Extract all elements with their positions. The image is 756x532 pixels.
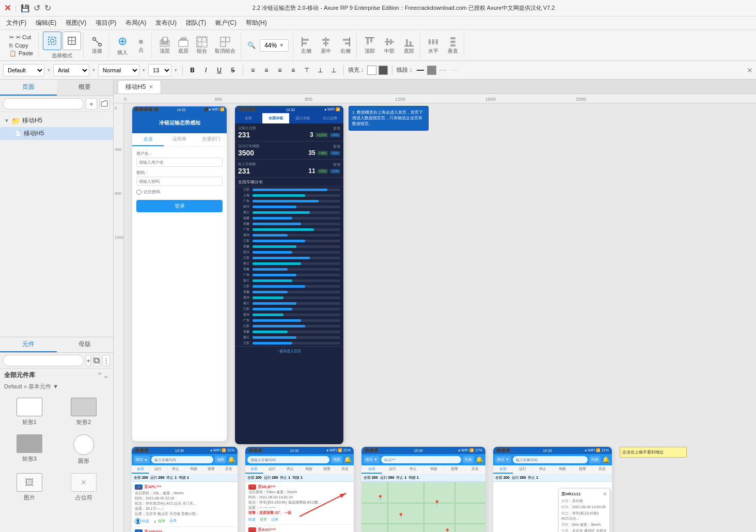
canvas-content[interactable]: ⬛⬛⬛⬛ ⬛ 14:32 ⬛● WiFi 📶 冷链运输态势感知 企业 运营商: [124, 103, 756, 532]
veh2-nav-history[interactable]: 历史: [336, 465, 354, 474]
zoom-control[interactable]: 44% ▼: [260, 39, 289, 52]
group-button[interactable]: 组合: [193, 34, 211, 57]
stats-tab-national[interactable]: 全国冷链: [262, 113, 290, 123]
login-tab-dept[interactable]: 交通部门: [195, 133, 227, 146]
menu-help[interactable]: 帮助(H): [242, 18, 271, 28]
menu-publish[interactable]: 发布(U): [151, 18, 181, 28]
remember-radio[interactable]: [136, 190, 141, 195]
comp-rect2[interactable]: 矩形2: [59, 396, 109, 428]
menu-project[interactable]: 项目(P): [91, 18, 120, 28]
veh2-action-dispatch[interactable]: 运单: [271, 517, 278, 522]
veh3-search-input[interactable]: [513, 456, 588, 463]
login-tab-operator[interactable]: 运营商: [164, 133, 195, 146]
align-center-text-button[interactable]: ≡: [261, 65, 272, 76]
save-icon[interactable]: 💾: [21, 4, 29, 12]
veh3-nav-all[interactable]: 全部: [493, 465, 513, 474]
map-nav-alarm[interactable]: 报警: [445, 465, 465, 474]
map-search-input[interactable]: [381, 456, 461, 463]
comp-rect3[interactable]: 矩形3: [4, 432, 55, 467]
stats-tab-export[interactable]: 出口态势: [317, 113, 344, 123]
veh2-nav-run[interactable]: 运行: [263, 465, 281, 474]
ungroup-button[interactable]: 取消组合: [212, 34, 239, 57]
map-nav-stop[interactable]: 停止: [403, 465, 423, 474]
align-bottom-text-button[interactable]: ⊥: [328, 65, 339, 76]
bottom-layer-button[interactable]: 底层: [175, 34, 192, 57]
tree-page-mobileh5[interactable]: 📄 移动H5: [0, 127, 113, 140]
stats-tab-import[interactable]: 进口冷链: [289, 113, 317, 123]
align-middle-button[interactable]: 中部: [381, 34, 398, 57]
tab-outline[interactable]: 概要: [57, 80, 114, 96]
veh1-nav-run[interactable]: 运行: [149, 465, 167, 474]
canvas-tab-mobileh5[interactable]: 移动H5 ✕: [118, 80, 161, 93]
align-right-button[interactable]: 右侧: [337, 34, 354, 57]
align-top-button[interactable]: 顶部: [361, 34, 379, 57]
comp-copy-button[interactable]: [93, 355, 100, 366]
stats-tab-all[interactable]: 全部: [235, 113, 262, 123]
veh1-nav-stop[interactable]: 停止: [167, 465, 185, 474]
menu-layout[interactable]: 布局(A): [121, 18, 150, 28]
username-input[interactable]: [136, 158, 223, 167]
fill-color-dark[interactable]: [379, 66, 388, 75]
comp-placeholder[interactable]: ✕ 占位符: [59, 471, 109, 504]
veh1-nav-history[interactable]: 历史: [220, 465, 238, 474]
align-right-text-button[interactable]: ≡: [274, 65, 286, 76]
veh3-nav-drive[interactable]: 驾驶: [553, 465, 573, 474]
comp-img[interactable]: 🖼 图片: [4, 471, 55, 504]
password-input[interactable]: [136, 177, 223, 186]
veh1-search-input[interactable]: [151, 456, 213, 463]
menu-account[interactable]: 账户(C): [211, 18, 241, 28]
veh3-nav-stop[interactable]: 停止: [533, 465, 553, 474]
veh1-action-track[interactable]: 👤轨迹: [135, 518, 149, 524]
align-middle-text-button[interactable]: ⊥: [314, 65, 326, 76]
veh2-nav-alarm[interactable]: 报警: [318, 465, 336, 474]
insert-button[interactable]: ⊕ 插入: [113, 34, 132, 57]
menu-file[interactable]: 文件(F): [2, 18, 30, 28]
veh3-region-selector[interactable]: 南京 ▼: [495, 456, 511, 463]
veh2-map-btn[interactable]: 地图: [331, 456, 342, 463]
underline-button[interactable]: U: [214, 65, 225, 76]
comp-add-button[interactable]: +: [86, 355, 91, 366]
map-region-selector[interactable]: 南京 ▼: [364, 456, 380, 463]
map-list-btn[interactable]: 列表: [463, 456, 474, 463]
veh1-nav-drive[interactable]: 驾驶: [185, 465, 202, 474]
text-style-select[interactable]: Normal: [98, 64, 139, 76]
veh1-action-dispatch[interactable]: 运单: [169, 518, 177, 524]
veh3-nav-alarm[interactable]: 报警: [573, 465, 593, 474]
login-tab-enterprise[interactable]: 企业: [132, 133, 164, 146]
map-nav-all[interactable]: 全部: [361, 465, 382, 474]
veh3-nav-run[interactable]: 运行: [513, 465, 533, 474]
popup-close-button[interactable]: ✕: [603, 491, 607, 497]
select-btn-1[interactable]: [43, 32, 61, 50]
undo-icon[interactable]: ↺: [34, 3, 40, 13]
vspace-button[interactable]: 垂直: [444, 34, 462, 57]
font-size-select[interactable]: 13: [148, 64, 171, 76]
veh3-nav-history[interactable]: 历史: [593, 465, 612, 474]
veh1-nav-alarm[interactable]: 报警: [202, 465, 220, 474]
map-nav-history[interactable]: 历史: [465, 465, 485, 474]
add-folder-button[interactable]: [99, 98, 111, 109]
veh2-nav-stop[interactable]: 停止: [281, 465, 300, 474]
redo-icon[interactable]: ↻: [44, 3, 51, 13]
pages-search-input[interactable]: [3, 98, 84, 109]
align-left-text-button[interactable]: ≡: [247, 65, 259, 76]
veh2-nav-drive[interactable]: 驾驶: [300, 465, 318, 474]
menu-edit[interactable]: 编辑(E): [32, 18, 60, 28]
menu-view[interactable]: 视图(V): [61, 18, 90, 28]
map-bell-icon[interactable]: 🔔: [476, 456, 483, 463]
veh1-bell-icon[interactable]: 🔔: [228, 456, 235, 463]
comp-circle[interactable]: 圆形: [59, 432, 109, 467]
tab-components[interactable]: 元件: [0, 337, 57, 352]
add-page-button[interactable]: +: [86, 98, 97, 109]
copy-button[interactable]: ⎘ Copy: [7, 42, 35, 49]
veh2-nav-all[interactable]: 全部: [245, 465, 263, 474]
tab-close-icon[interactable]: ✕: [149, 84, 153, 90]
align-center-button[interactable]: 居中: [317, 34, 335, 57]
menu-team[interactable]: 团队(T): [182, 18, 210, 28]
align-bottom-button[interactable]: 底部: [400, 34, 418, 57]
select-btn-2[interactable]: [62, 32, 81, 50]
align-left-button[interactable]: 左侧: [297, 34, 315, 57]
hspace-button[interactable]: 水平: [424, 34, 442, 57]
align-top-text-button[interactable]: ⊤: [301, 65, 312, 76]
veh1-map-btn[interactable]: 地图: [215, 456, 226, 463]
veh3-bell-icon[interactable]: 🔔: [602, 456, 610, 463]
